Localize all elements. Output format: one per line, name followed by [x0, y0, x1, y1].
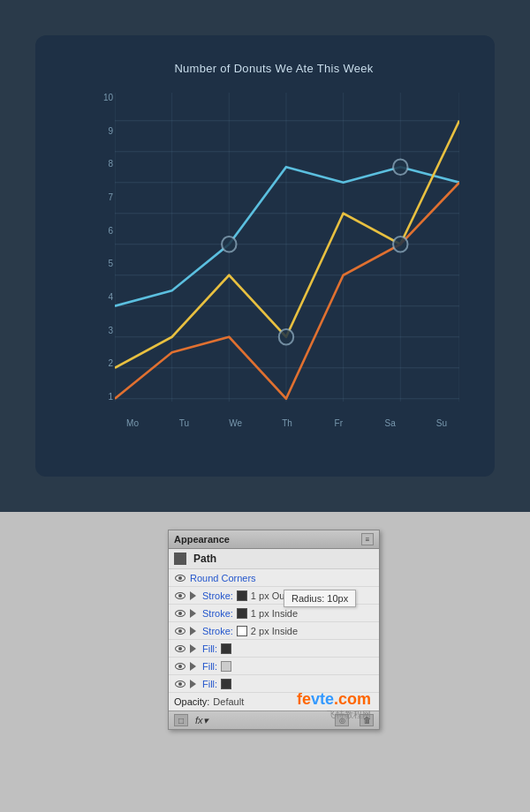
arrow-icon-2: [190, 609, 199, 618]
layer-row-fill-1[interactable]: Fill:: [169, 640, 379, 658]
opacity-value: Default: [213, 696, 244, 707]
fill-2-swatch: [221, 661, 231, 672]
x-label-su: Su: [424, 418, 459, 428]
arrow-icon-4: [190, 644, 199, 653]
watermark-vte: vte: [311, 690, 334, 708]
bottom-section: Appearance ≡ Path Round Corners R: [0, 512, 530, 812]
opacity-label: Opacity:: [174, 696, 209, 707]
stroke-2-label[interactable]: Stroke:: [202, 608, 233, 619]
y-label-7: 7: [88, 192, 113, 202]
y-label-1: 1: [88, 392, 113, 402]
radius-tooltip: Radius: 10px: [284, 590, 356, 607]
chart-card: Number of Donuts We Ate This Week 1 2 3 …: [35, 35, 495, 477]
watermark-logo: fevte.com: [297, 690, 371, 709]
eye-icon: [174, 574, 186, 583]
x-label-fr: Fr: [321, 418, 356, 428]
fx-btn[interactable]: fx▾: [195, 714, 208, 726]
svg-point-19: [279, 329, 293, 345]
chart-area: 1 2 3 4 5 6 7 8 9 10: [88, 93, 459, 428]
chart-section: Number of Donuts We Ate This Week 1 2 3 …: [0, 0, 530, 512]
svg-point-18: [393, 159, 407, 175]
y-label-6: 6: [88, 226, 113, 236]
path-row: Path: [169, 549, 379, 569]
x-label-tu: Tu: [166, 418, 201, 428]
y-label-10: 10: [88, 93, 113, 102]
svg-point-20: [393, 237, 407, 252]
stroke-3-label[interactable]: Stroke:: [202, 626, 233, 636]
x-label-mo: Mo: [115, 418, 150, 428]
eye-icon-2: [174, 591, 186, 600]
y-label-3: 3: [88, 326, 113, 335]
stroke-2-swatch: [237, 608, 247, 619]
fill-2-label[interactable]: Fill:: [202, 661, 217, 672]
y-label-2: 2: [88, 358, 113, 368]
layer-row-fill-2[interactable]: Fill:: [169, 658, 379, 675]
x-label-th: Th: [269, 418, 305, 428]
layer-row-stroke-3[interactable]: Stroke: 2 px Inside: [169, 622, 379, 640]
eye-icon-7: [174, 680, 186, 688]
x-label-sa: Sa: [373, 418, 408, 428]
eye-icon-3: [174, 609, 186, 618]
layer-row-round-corners[interactable]: Round Corners Radius: 10px: [169, 569, 379, 587]
arrow-icon-1: [190, 591, 199, 600]
watermark-fe: fe: [297, 690, 311, 708]
panel-header: Appearance ≡: [169, 530, 379, 549]
panel-menu-btn[interactable]: ≡: [361, 533, 374, 545]
panel-title: Appearance: [174, 534, 230, 545]
eye-icon-5: [174, 644, 186, 653]
arrow-icon-5: [190, 662, 199, 671]
chart-title: Number of Donuts We Ate This Week: [88, 62, 459, 75]
y-label-9: 9: [88, 126, 113, 136]
y-axis-labels: 1 2 3 4 5 6 7 8 9 10: [88, 93, 113, 402]
y-label-8: 8: [88, 159, 113, 169]
fill-3-label[interactable]: Fill:: [202, 679, 217, 689]
watermark-com: .com: [334, 690, 371, 708]
fill-3-swatch: [221, 679, 231, 689]
stroke-3-detail: 2 px Inside: [251, 626, 298, 636]
layer-row-stroke-2[interactable]: Stroke: 1 px Inside: [169, 605, 379, 622]
y-label-5: 5: [88, 259, 113, 268]
stroke-3-swatch: [237, 626, 247, 636]
eye-icon-6: [174, 662, 186, 671]
fx-label: fx▾: [195, 715, 208, 726]
stroke-1-label[interactable]: Stroke:: [202, 590, 233, 601]
y-label-4: 4: [88, 292, 113, 302]
arrow-icon-6: [190, 680, 199, 688]
new-layer-btn[interactable]: □: [174, 714, 188, 726]
panel-controls: ≡: [361, 533, 374, 545]
eye-icon-4: [174, 627, 186, 635]
x-axis-labels: Mo Tu We Th Fr Sa Su: [115, 403, 459, 428]
fill-1-swatch: [221, 643, 231, 654]
arrow-icon-3: [190, 627, 199, 635]
fill-1-label[interactable]: Fill:: [202, 643, 217, 654]
path-label: Path: [193, 553, 216, 565]
stroke-1-swatch: [237, 590, 247, 601]
watermark-sub: 飞特教程网: [297, 709, 371, 721]
stroke-2-detail: 1 px Inside: [251, 608, 298, 619]
watermark: fevte.com 飞特教程网: [297, 690, 371, 721]
path-square-icon: [174, 553, 186, 565]
round-corners-link[interactable]: Round Corners: [190, 573, 256, 583]
x-label-we: We: [218, 418, 254, 428]
chart-svg: [115, 93, 459, 402]
svg-point-17: [222, 237, 236, 252]
